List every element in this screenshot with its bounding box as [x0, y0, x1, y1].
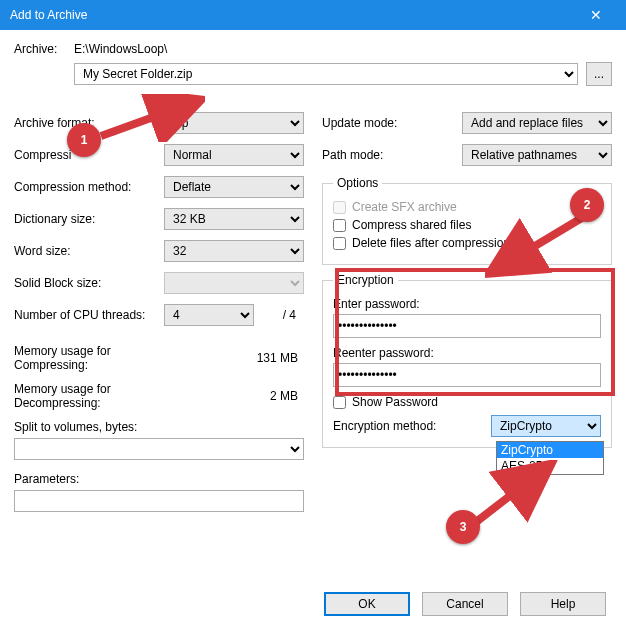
archive-file-select[interactable]: My Secret Folder.zip [74, 63, 578, 85]
help-button[interactable]: Help [520, 592, 606, 616]
solid-block-select [164, 272, 304, 294]
options-legend: Options [333, 176, 382, 190]
cpu-total: / 4 [254, 308, 300, 322]
compression-level-select[interactable]: Normal [164, 144, 304, 166]
mem-decomp-label: Memory usage for Decompressing: [14, 382, 164, 410]
annotation-arrow-3 [470, 460, 560, 530]
path-mode-label: Path mode: [322, 148, 462, 162]
compression-method-select[interactable]: Deflate [164, 176, 304, 198]
svg-line-1 [495, 216, 585, 270]
cpu-threads-select[interactable]: 4 [164, 304, 254, 326]
archive-label: Archive: [14, 42, 64, 56]
encryption-method-label: Encryption method: [333, 419, 485, 433]
svg-line-2 [476, 468, 546, 522]
annotation-redbox [335, 268, 615, 396]
split-volumes-label: Split to volumes, bytes: [14, 420, 304, 434]
sfx-checkbox [333, 201, 346, 214]
split-volumes-select[interactable] [14, 438, 304, 460]
update-mode-select[interactable]: Add and replace files [462, 112, 612, 134]
delete-after-checkbox[interactable] [333, 237, 346, 250]
ok-button[interactable]: OK [324, 592, 410, 616]
encryption-method-select[interactable]: ZipCrypto [491, 415, 601, 437]
compress-shared-checkbox[interactable] [333, 219, 346, 232]
show-password-row[interactable]: Show Password [333, 395, 601, 409]
compression-method-label: Compression method: [14, 180, 164, 194]
titlebar: Add to Archive ✕ [0, 0, 626, 30]
dictionary-size-select[interactable]: 32 KB [164, 208, 304, 230]
show-password-checkbox[interactable] [333, 396, 346, 409]
solid-block-label: Solid Block size: [14, 276, 164, 290]
parameters-label: Parameters: [14, 472, 304, 486]
annotation-badge-2: 2 [570, 188, 604, 222]
word-size-label: Word size: [14, 244, 164, 258]
annotation-badge-1: 1 [67, 123, 101, 157]
mem-comp-label: Memory usage for Compressing: [14, 344, 164, 372]
archive-path: E:\WindowsLoop\ [74, 42, 612, 56]
annotation-arrow-2 [485, 210, 595, 280]
button-bar: OK Cancel Help [324, 592, 606, 616]
word-size-select[interactable]: 32 [164, 240, 304, 262]
left-column: Archive format: zip Compressi Normal Com… [14, 112, 304, 512]
path-mode-select[interactable]: Relative pathnames [462, 144, 612, 166]
enc-option-zipcrypto[interactable]: ZipCrypto [497, 442, 603, 458]
annotation-badge-3: 3 [446, 510, 480, 544]
cpu-threads-label: Number of CPU threads: [14, 308, 164, 322]
parameters-input[interactable] [14, 490, 304, 512]
browse-button[interactable]: ... [586, 62, 612, 86]
dictionary-size-label: Dictionary size: [14, 212, 164, 226]
window-title: Add to Archive [10, 8, 87, 22]
mem-comp-value: 131 MB [164, 351, 304, 365]
update-mode-label: Update mode: [322, 116, 462, 130]
annotation-arrow-1 [95, 94, 205, 142]
svg-line-0 [101, 102, 195, 136]
cancel-button[interactable]: Cancel [422, 592, 508, 616]
close-icon[interactable]: ✕ [576, 7, 616, 23]
mem-decomp-value: 2 MB [164, 389, 304, 403]
